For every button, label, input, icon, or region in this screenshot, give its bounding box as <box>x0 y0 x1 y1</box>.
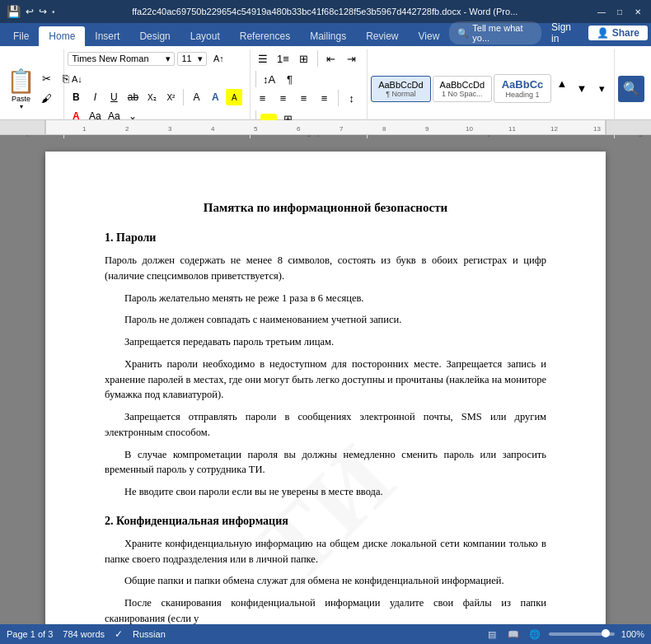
zoom-thumb <box>602 629 610 637</box>
paragraph-1-7: В случае компрометации пароля вы должны … <box>105 447 546 478</box>
style-heading1[interactable]: AaBbCc Heading 1 <box>494 74 551 103</box>
paragraph-row1: ☰ 1≡ ⊞ ⇤ ⇥ ↕A ¶ <box>254 49 364 88</box>
undo-btn[interactable]: ↩ <box>26 6 34 17</box>
subscript-button[interactable]: X₂ <box>143 89 160 105</box>
redo-btn[interactable]: ↪ <box>39 6 47 17</box>
font-family-selector[interactable]: Times New Roman ▾ <box>68 52 175 66</box>
style-normal[interactable]: AaBbCcDd ¶ Normal <box>371 76 430 102</box>
maximize-btn[interactable]: □ <box>613 5 626 18</box>
ribbon-right-actions: 🔍 Tell me what yo... Sign in 👤 Share <box>449 20 648 46</box>
search-button[interactable]: 🔍 <box>618 76 644 102</box>
search-icon: 🔍 <box>623 81 639 96</box>
document-title: ffa22c40ac69750b229654c54919a480b33bc41f… <box>55 7 595 16</box>
paste-dropdown-icon: ▾ <box>20 103 23 110</box>
text-effects-btn[interactable]: A <box>207 89 223 105</box>
cut-button[interactable]: ✂ <box>37 70 55 88</box>
tab-design[interactable]: Design <box>129 26 180 46</box>
decrease-indent-btn[interactable]: ⇤ <box>322 49 340 68</box>
word-count: 784 words <box>63 629 105 639</box>
font-dropdown-icon: ▾ <box>166 54 171 64</box>
tab-mailings[interactable]: Mailings <box>300 26 356 46</box>
paragraph-1-5: Хранить пароли необходимо в недоступном … <box>105 357 546 403</box>
print-layout-btn[interactable]: ▤ <box>485 627 499 642</box>
section-heading-1: 1. Пароли <box>105 231 546 245</box>
svg-text:1: 1 <box>82 125 87 133</box>
document-main-title: Памятка по информационной безопасности <box>105 201 546 215</box>
format-painter-button[interactable]: 🖌 <box>37 90 55 108</box>
status-bar-right: ▤ 📖 🌐 100% <box>485 627 644 642</box>
multilevel-list-btn[interactable]: ⊞ <box>295 49 313 68</box>
ribbon-toolbar: 📋 Paste ▾ ✂ ⎘ 🖌 Clipboard <box>0 46 651 120</box>
line-spacing-btn[interactable]: ↕ <box>343 89 361 107</box>
bullets-btn[interactable]: ☰ <box>254 49 272 68</box>
svg-text:2: 2 <box>125 125 129 133</box>
ruler: 1 2 3 4 5 6 7 8 9 10 11 12 13 <box>0 120 651 135</box>
svg-text:12: 12 <box>550 125 558 133</box>
ruler-svg: 1 2 3 4 5 6 7 8 9 10 11 12 13 <box>0 120 651 135</box>
svg-text:11: 11 <box>508 125 516 133</box>
close-btn[interactable]: ✕ <box>631 5 644 18</box>
paragraph-1-4: Запрещается передавать пароль третьим ли… <box>105 334 546 350</box>
align-left-btn[interactable]: ≡ <box>254 89 272 107</box>
justify-btn[interactable]: ≡ <box>316 89 334 107</box>
sign-in-button[interactable]: Sign in <box>545 20 585 46</box>
section-heading-2: 2. Конфиденциальная информация <box>105 515 546 528</box>
page-info: Page 1 of 3 <box>7 629 53 639</box>
tab-insert[interactable]: Insert <box>85 26 129 46</box>
document-page: ТИ Памятка по информационной безопасност… <box>45 152 606 624</box>
svg-text:9: 9 <box>425 125 429 133</box>
tab-references[interactable]: References <box>230 26 300 46</box>
web-layout-btn[interactable]: 🌐 <box>527 627 542 642</box>
font-format-row: B I U ab X₂ X² A A A A Aa Aa ⌄ <box>68 89 246 124</box>
tab-view[interactable]: View <box>409 26 450 46</box>
tell-me-input[interactable]: 🔍 Tell me what yo... <box>449 21 541 44</box>
increase-font-btn[interactable]: A↑ <box>209 49 227 68</box>
paste-button[interactable]: 📋 Paste ▾ <box>7 68 35 110</box>
bold-button[interactable]: B <box>68 89 84 105</box>
paste-icon: 📋 <box>7 68 35 95</box>
autosave-indicator: • <box>52 7 55 16</box>
highlight-btn[interactable]: A <box>226 89 242 105</box>
numbered-list-btn[interactable]: 1≡ <box>274 49 293 68</box>
superscript-button[interactable]: X² <box>162 89 179 105</box>
tab-home[interactable]: Home <box>39 26 85 46</box>
paragraph-1-1: Пароль должен содержать не менее 8 симво… <box>105 253 546 284</box>
increase-indent-btn[interactable]: ⇥ <box>343 49 361 68</box>
font-size-selector[interactable]: 11 ▾ <box>177 52 207 66</box>
decrease-font-btn[interactable]: A↓ <box>68 70 86 88</box>
italic-button[interactable]: I <box>87 89 103 105</box>
svg-text:7: 7 <box>340 125 344 133</box>
share-button[interactable]: 👤 Share <box>588 26 648 40</box>
paragraph-1-6: Запрещается отправлять пароли в сообщени… <box>105 409 546 441</box>
svg-text:8: 8 <box>382 125 386 133</box>
read-mode-btn[interactable]: 📖 <box>506 627 521 642</box>
sort-btn[interactable]: ↕A <box>260 70 279 88</box>
tab-file[interactable]: File <box>3 26 39 46</box>
svg-text:10: 10 <box>466 125 473 133</box>
style-no-spacing[interactable]: AaBbCcDd 1 No Spac... <box>433 76 492 102</box>
paragraph-2-1: Храните конфиденциальную информацию на о… <box>105 536 546 567</box>
share-icon: 👤 <box>597 27 609 39</box>
proofing-icon: ✓ <box>115 628 123 640</box>
title-bar-controls: — □ ✕ <box>595 5 644 18</box>
zoom-level: 100% <box>621 629 644 639</box>
clear-format-button[interactable]: A <box>188 89 204 105</box>
tab-review[interactable]: Review <box>356 26 408 46</box>
zoom-slider[interactable] <box>549 632 615 636</box>
paragraph-1-8: Не вводите свои пароли если вы не уверен… <box>105 484 546 500</box>
styles-scroll-up[interactable]: ▲ <box>553 74 571 92</box>
underline-button[interactable]: U <box>105 89 122 105</box>
minimize-btn[interactable]: — <box>595 5 608 18</box>
title-bar-left: 💾 ↩ ↪ • <box>7 5 55 18</box>
styles-more-btn[interactable]: ▾ <box>592 80 611 98</box>
status-bar: Page 1 of 3 784 words ✓ Russian ▤ 📖 🌐 10… <box>0 624 651 644</box>
styles-scroll-down[interactable]: ▼ <box>573 80 591 98</box>
show-marks-btn[interactable]: ¶ <box>281 70 299 88</box>
document-area: ТИ Памятка по информационной безопасност… <box>0 135 651 624</box>
font-selector-row: Times New Roman ▾ 11 ▾ A↑ A↓ <box>68 49 246 88</box>
align-center-btn[interactable]: ≡ <box>274 89 293 107</box>
align-right-btn[interactable]: ≡ <box>295 89 313 107</box>
tab-layout[interactable]: Layout <box>180 26 230 46</box>
strikethrough-button[interactable]: ab <box>124 89 141 105</box>
paragraph-1-2: Пароль желательно менять не реже 1 раза … <box>105 291 546 306</box>
